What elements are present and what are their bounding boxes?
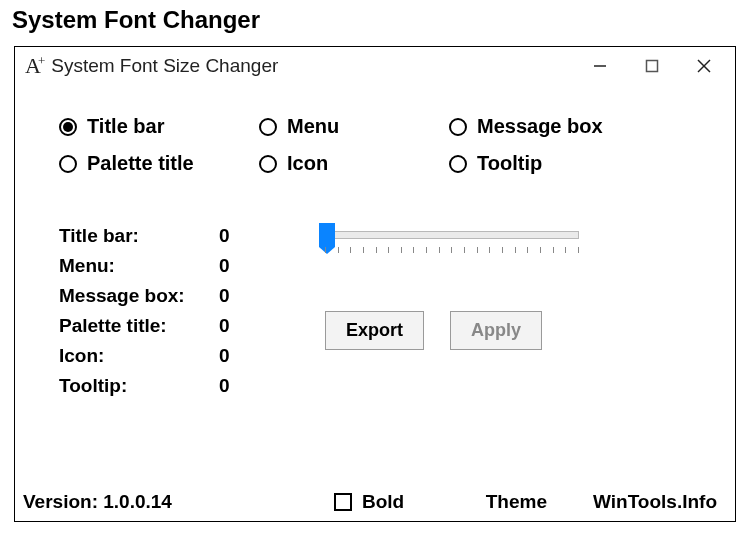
radio-circle-icon <box>259 155 277 173</box>
size-slider[interactable] <box>319 221 579 261</box>
radio-label: Menu <box>287 115 339 138</box>
bold-label: Bold <box>362 491 404 513</box>
values-table: Title bar: 0 Menu: 0 Message box: 0 Pale… <box>59 225 259 397</box>
slider-thumb-icon[interactable] <box>319 223 335 247</box>
right-column: Export Apply <box>319 225 705 397</box>
radio-circle-icon <box>449 118 467 136</box>
radio-circle-icon <box>59 118 77 136</box>
checkbox-icon <box>334 493 352 511</box>
a-plus-icon: A+ <box>25 53 43 79</box>
button-row: Export Apply <box>325 311 687 350</box>
radio-group: Title bar Menu Message box Palette title… <box>59 115 705 175</box>
value-label: Tooltip: <box>59 375 219 397</box>
value-number: 0 <box>219 255 259 277</box>
radio-icon[interactable]: Icon <box>259 152 449 175</box>
radio-circle-icon <box>449 155 467 173</box>
radio-label: Message box <box>477 115 603 138</box>
app-window: A+ System Font Size Changer Title bar Me… <box>14 46 736 522</box>
value-label: Message box: <box>59 285 219 307</box>
value-label: Title bar: <box>59 225 219 247</box>
radio-circle-icon <box>59 155 77 173</box>
radio-label: Title bar <box>87 115 164 138</box>
window-body: Title bar Menu Message box Palette title… <box>15 85 735 407</box>
minimize-icon[interactable] <box>591 57 609 75</box>
radio-label: Palette title <box>87 152 194 175</box>
radio-menu[interactable]: Menu <box>259 115 449 138</box>
radio-title-bar[interactable]: Title bar <box>59 115 259 138</box>
value-number: 0 <box>219 375 259 397</box>
window-title: System Font Size Changer <box>51 55 278 77</box>
export-button[interactable]: Export <box>325 311 424 350</box>
window-controls <box>591 57 725 75</box>
value-number: 0 <box>219 225 259 247</box>
svg-rect-1 <box>647 61 658 72</box>
radio-tooltip[interactable]: Tooltip <box>449 152 689 175</box>
radio-message-box[interactable]: Message box <box>449 115 689 138</box>
close-icon[interactable] <box>695 57 713 75</box>
apply-button[interactable]: Apply <box>450 311 542 350</box>
radio-palette-title[interactable]: Palette title <box>59 152 259 175</box>
radio-label: Tooltip <box>477 152 542 175</box>
theme-button[interactable]: Theme <box>486 491 547 513</box>
bold-checkbox[interactable]: Bold <box>334 491 404 513</box>
mid-section: Title bar: 0 Menu: 0 Message box: 0 Pale… <box>59 225 705 397</box>
radio-label: Icon <box>287 152 328 175</box>
value-number: 0 <box>219 315 259 337</box>
maximize-icon[interactable] <box>643 57 661 75</box>
value-number: 0 <box>219 285 259 307</box>
footer: Version: 1.0.0.14 Bold Theme WinTools.In… <box>15 491 735 513</box>
radio-circle-icon <box>259 118 277 136</box>
version-label: Version: <box>23 491 98 512</box>
wintools-link[interactable]: WinTools.Info <box>593 491 717 513</box>
titlebar-left: A+ System Font Size Changer <box>25 53 278 79</box>
version-value: 1.0.0.14 <box>103 491 172 512</box>
value-label: Icon: <box>59 345 219 367</box>
titlebar: A+ System Font Size Changer <box>15 47 735 85</box>
version-text: Version: 1.0.0.14 <box>23 491 172 513</box>
slider-track <box>325 231 579 239</box>
value-label: Palette title: <box>59 315 219 337</box>
value-number: 0 <box>219 345 259 367</box>
page-heading: System Font Changer <box>0 0 750 46</box>
slider-ticks <box>325 247 579 255</box>
value-label: Menu: <box>59 255 219 277</box>
